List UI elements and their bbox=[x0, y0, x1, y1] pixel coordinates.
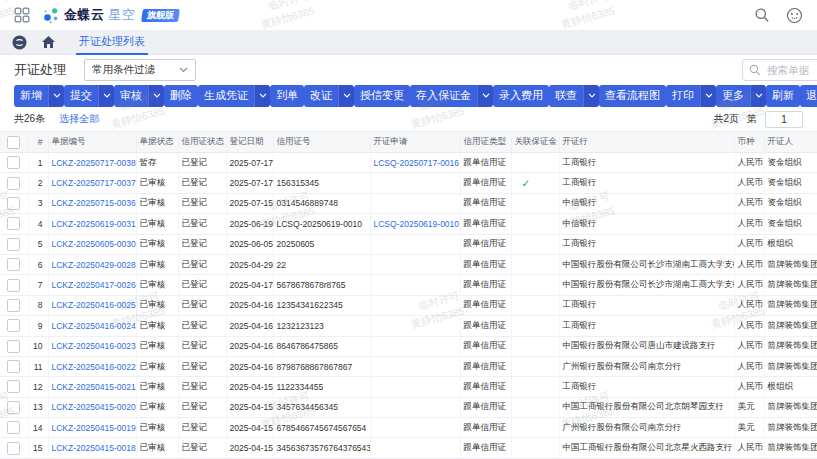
doc-no-link[interactable]: LCKZ-20250429-0028 bbox=[52, 260, 136, 270]
console-icon[interactable] bbox=[12, 35, 27, 50]
toolbar-button-audit-dropdown-icon[interactable] bbox=[148, 85, 164, 107]
toolbar-button-deposit-margin-label[interactable]: 存入保证金 bbox=[410, 85, 477, 107]
toolbar-button-generate-voucher[interactable]: 生成凭证 bbox=[198, 85, 270, 107]
col-doc_no[interactable]: 单据编号 bbox=[48, 132, 136, 153]
row-checkbox[interactable] bbox=[7, 340, 20, 353]
toolbar-button-submit[interactable]: 提交 bbox=[64, 85, 114, 107]
doc-no-link[interactable]: LCKZ-20250415-0019 bbox=[52, 423, 136, 433]
list-search-input[interactable] bbox=[765, 63, 817, 77]
toolbar-button-deposit-margin[interactable]: 存入保证金 bbox=[410, 85, 493, 107]
page-number-input[interactable] bbox=[765, 111, 803, 128]
table-row[interactable]: 1LCKZ-20250717-0038暂存已登记2025-07-17LCSQ-2… bbox=[0, 153, 817, 173]
select-all-checkbox[interactable] bbox=[7, 136, 20, 149]
row-checkbox[interactable] bbox=[7, 177, 20, 190]
row-checkbox[interactable] bbox=[7, 197, 20, 210]
assistant-face-icon[interactable] bbox=[786, 7, 803, 24]
row-checkbox[interactable] bbox=[7, 258, 20, 271]
col-margin[interactable]: 关联保证金 bbox=[511, 132, 559, 153]
toolbar-button-refresh-label[interactable]: 刷新 bbox=[766, 85, 800, 107]
toolbar-button-amend-dropdown-icon[interactable] bbox=[338, 85, 354, 107]
toolbar-button-audit-label[interactable]: 审核 bbox=[114, 85, 148, 107]
table-row[interactable]: 7LCKZ-20250417-0026已审核已登记2025-04-1756786… bbox=[0, 275, 817, 295]
col-bank[interactable]: 开证行 bbox=[559, 132, 734, 153]
table-row[interactable]: 6LCKZ-20250429-0028已审核已登记2025-04-2922跟单信… bbox=[0, 254, 817, 274]
row-checkbox[interactable] bbox=[7, 380, 20, 393]
toolbar-button-exit-label[interactable]: 退出 bbox=[800, 85, 817, 107]
toolbar-button-refresh[interactable]: 刷新 bbox=[766, 85, 800, 107]
col-currency[interactable]: 币种 bbox=[734, 132, 764, 153]
row-checkbox[interactable] bbox=[7, 217, 20, 230]
toolbar-button-new[interactable]: 新增 bbox=[14, 85, 64, 107]
table-row[interactable]: 5LCKZ-20250605-0030已审核已登记2025-06-0520250… bbox=[0, 234, 817, 254]
doc-no-link[interactable]: LCKZ-20250715-0036 bbox=[52, 198, 136, 208]
toolbar-button-submit-label[interactable]: 提交 bbox=[64, 85, 98, 107]
home-icon[interactable] bbox=[41, 35, 56, 49]
toolbar-button-delete-label[interactable]: 删除 bbox=[164, 85, 198, 107]
table-row[interactable]: 3LCKZ-20250715-0036已审核已登记2025-07-1503145… bbox=[0, 193, 817, 213]
toolbar-button-new-dropdown-icon[interactable] bbox=[48, 85, 64, 107]
toolbar-button-exit[interactable]: 退出 bbox=[800, 85, 817, 107]
toolbar-button-audit[interactable]: 审核 bbox=[114, 85, 164, 107]
toolbar-button-generate-voucher-label[interactable]: 生成凭证 bbox=[198, 85, 254, 107]
list-search-box[interactable] bbox=[742, 59, 817, 81]
toolbar-button-generate-voucher-dropdown-icon[interactable] bbox=[254, 85, 270, 107]
toolbar-button-deposit-margin-dropdown-icon[interactable] bbox=[477, 85, 493, 107]
doc-no-link[interactable]: LCKZ-20250415-0018 bbox=[52, 443, 136, 453]
toolbar-button-arrival-label[interactable]: 到单 bbox=[270, 85, 304, 107]
toolbar-button-more-label[interactable]: 更多 bbox=[716, 85, 750, 107]
doc-no-link[interactable]: LCKZ-20250717-0038 bbox=[52, 158, 136, 168]
table-row[interactable]: 10LCKZ-20250416-0023已审核已登记2025-04-168646… bbox=[0, 336, 817, 356]
toolbar-button-enter-fee-label[interactable]: 录入费用 bbox=[493, 85, 549, 107]
col-reg_date[interactable]: 登记日期 bbox=[226, 132, 273, 153]
doc-no-link[interactable]: LCKZ-20250605-0030 bbox=[52, 239, 136, 249]
toolbar-button-delete[interactable]: 删除 bbox=[164, 85, 198, 107]
col-application[interactable]: 开证申请 bbox=[370, 132, 460, 153]
doc-no-link[interactable]: LCKZ-20250415-0020 bbox=[52, 402, 136, 412]
row-checkbox[interactable] bbox=[7, 360, 20, 373]
doc-no-link[interactable]: LCKZ-20250416-0024 bbox=[52, 321, 136, 331]
toolbar-button-credit-change[interactable]: 授信变更 bbox=[354, 85, 410, 107]
col-doc_status[interactable]: 单据状态 bbox=[136, 132, 178, 153]
table-row[interactable]: 12LCKZ-20250415-0021已审核已登记2025-04-151122… bbox=[0, 377, 817, 397]
tab-lc-processing-list[interactable]: 开证处理列表 bbox=[76, 30, 148, 55]
doc-no-link[interactable]: LCKZ-20250717-0037 bbox=[52, 178, 136, 188]
filter-scheme-select[interactable]: 常用条件过滤 bbox=[84, 59, 196, 81]
toolbar-button-credit-change-label[interactable]: 授信变更 bbox=[354, 85, 410, 107]
toolbar-button-view-flowchart-label[interactable]: 查看流程图 bbox=[599, 85, 666, 107]
col-num[interactable]: # bbox=[28, 132, 48, 153]
doc-no-link[interactable]: LCKZ-20250416-0022 bbox=[52, 362, 136, 372]
toolbar-button-trace-label[interactable]: 联查 bbox=[549, 85, 583, 107]
row-checkbox[interactable] bbox=[7, 421, 20, 434]
toolbar-button-print-dropdown-icon[interactable] bbox=[700, 85, 716, 107]
row-checkbox[interactable] bbox=[7, 442, 20, 455]
table-row[interactable]: 9LCKZ-20250416-0024已审核已登记2025-04-1612321… bbox=[0, 316, 817, 336]
row-checkbox[interactable] bbox=[7, 299, 20, 312]
toolbar-button-trace[interactable]: 联查 bbox=[549, 85, 599, 107]
toolbar-button-amend[interactable]: 改证 bbox=[304, 85, 354, 107]
toolbar-button-submit-dropdown-icon[interactable] bbox=[98, 85, 114, 107]
toolbar-button-arrival[interactable]: 到单 bbox=[270, 85, 304, 107]
table-row[interactable]: 15LCKZ-20250415-0018已审核已登记2025-04-153456… bbox=[0, 438, 817, 458]
table-row[interactable]: 4LCKZ-20250619-0031已审核已登记2025-06-19LCSQ-… bbox=[0, 214, 817, 234]
toolbar-button-print-label[interactable]: 打印 bbox=[666, 85, 700, 107]
table-row[interactable]: 8LCKZ-20250416-0025已审核已登记2025-04-1612354… bbox=[0, 295, 817, 315]
col-lc_type[interactable]: 信用证类型 bbox=[460, 132, 511, 153]
table-row[interactable]: 2LCKZ-20250717-0037已审核已登记2025-07-1715631… bbox=[0, 173, 817, 193]
col-lc_no[interactable]: 信用证号 bbox=[273, 132, 370, 153]
toolbar-button-view-flowchart[interactable]: 查看流程图 bbox=[599, 85, 666, 107]
toolbar-button-more-dropdown-icon[interactable] bbox=[750, 85, 766, 107]
row-checkbox[interactable] bbox=[7, 238, 20, 251]
toolbar-button-print[interactable]: 打印 bbox=[666, 85, 716, 107]
app-launcher-icon[interactable] bbox=[14, 7, 30, 23]
toolbar-button-trace-dropdown-icon[interactable] bbox=[583, 85, 599, 107]
row-checkbox[interactable] bbox=[7, 156, 20, 169]
toolbar-button-more[interactable]: 更多 bbox=[716, 85, 766, 107]
doc-no-link[interactable]: LCKZ-20250417-0026 bbox=[52, 280, 136, 290]
doc-no-link[interactable]: LCKZ-20250415-0021 bbox=[52, 382, 136, 392]
toolbar-button-new-label[interactable]: 新增 bbox=[14, 85, 48, 107]
doc-no-link[interactable]: LCKZ-20250416-0023 bbox=[52, 341, 136, 351]
col-lc_status[interactable]: 信用证状态 bbox=[178, 132, 226, 153]
toolbar-button-amend-label[interactable]: 改证 bbox=[304, 85, 338, 107]
col-applicant[interactable]: 开证人 bbox=[764, 132, 817, 153]
select-all-link[interactable]: 选择全部 bbox=[59, 112, 99, 126]
